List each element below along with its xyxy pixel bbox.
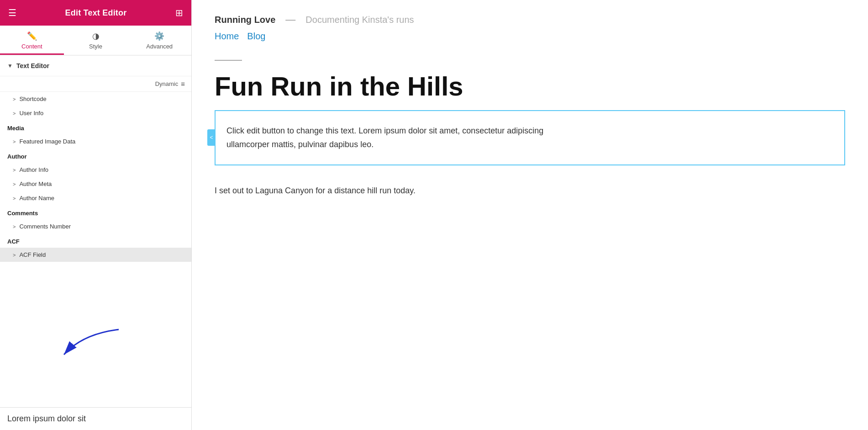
site-header: Running Love — Documenting Kinsta's runs (215, 14, 845, 26)
list-item-acf-field[interactable]: > ACF Field (0, 248, 191, 262)
item-label: ACF Field (19, 251, 46, 258)
item-label: User Info (19, 110, 43, 117)
item-label: Shortcode (19, 96, 46, 102)
dynamic-row: Dynamic ≡ (0, 76, 191, 92)
list-item-user-info[interactable]: > User Info (0, 106, 191, 120)
item-label: Comments Number (19, 223, 71, 230)
list-item-author-info[interactable]: > Author Info (0, 163, 191, 177)
arrow-icon: > (13, 252, 16, 258)
dynamic-icon[interactable]: ≡ (181, 80, 185, 88)
arrow-icon: > (13, 111, 16, 116)
dynamic-label: Dynamic (155, 80, 179, 87)
editor-text-line1: Click edit button to change this text. L… (226, 124, 833, 138)
item-label: Author Name (19, 195, 54, 202)
group-header-author: Author (0, 149, 191, 163)
tab-style[interactable]: ◑ Style (64, 26, 128, 55)
section-collapse-arrow: ▼ (7, 63, 13, 69)
list-item-author-name[interactable]: > Author Name (0, 191, 191, 205)
section-title-bar[interactable]: ▼ Text Editor (0, 56, 191, 76)
list-item-shortcode[interactable]: > Shortcode (0, 92, 191, 106)
list-item-author-meta[interactable]: > Author Meta (0, 177, 191, 191)
left-panel: ☰ Edit Text Editor ⊞ ✏️ Content ◑ Style … (0, 0, 192, 430)
panel-header: ☰ Edit Text Editor ⊞ (0, 0, 191, 26)
group-header-acf: ACF (0, 234, 191, 248)
nav-link-home[interactable]: Home (215, 31, 239, 42)
list-item-featured-image[interactable]: > Featured Image Data (0, 134, 191, 149)
tab-style-label: Style (89, 43, 102, 50)
style-tab-icon: ◑ (92, 31, 100, 41)
right-panel: Running Love — Documenting Kinsta's runs… (192, 0, 868, 430)
content-tab-icon: ✏️ (27, 31, 37, 41)
list-item-comments-number[interactable]: > Comments Number (0, 219, 191, 234)
tab-advanced-label: Advanced (146, 43, 173, 50)
site-separator: — (285, 14, 295, 26)
post-body-text: I set out to Laguna Canyon for a distanc… (215, 184, 845, 198)
panel-title: Edit Text Editor (65, 8, 127, 18)
post-divider (215, 60, 242, 61)
tab-content[interactable]: ✏️ Content (0, 26, 64, 55)
dropdown-list: > Shortcode > User Info Media > Featured… (0, 92, 191, 407)
collapse-handle[interactable]: < (207, 129, 216, 146)
grid-icon[interactable]: ⊞ (175, 7, 183, 18)
post-title: Fun Run in the Hills (215, 72, 845, 101)
section-title: Text Editor (16, 62, 49, 69)
arrow-icon: > (13, 224, 16, 229)
advanced-tab-icon: ⚙️ (154, 31, 164, 41)
site-nav: Home Blog (215, 31, 845, 42)
arrow-icon: > (13, 139, 16, 144)
panel-tabs: ✏️ Content ◑ Style ⚙️ Advanced (0, 26, 191, 56)
site-title: Running Love (215, 15, 275, 25)
item-label: Featured Image Data (19, 138, 75, 145)
arrow-icon: > (13, 196, 16, 201)
item-label: Author Meta (19, 180, 52, 187)
item-label: Author Info (19, 166, 48, 173)
group-header-media: Media (0, 120, 191, 134)
nav-link-blog[interactable]: Blog (247, 31, 265, 42)
tab-content-label: Content (21, 43, 42, 50)
arrow-icon: > (13, 167, 16, 173)
tab-advanced[interactable]: ⚙️ Advanced (127, 26, 191, 55)
hamburger-icon[interactable]: ☰ (8, 7, 16, 18)
arrow-icon: > (13, 181, 16, 187)
preview-text: Lorem ipsum dolor sit (0, 407, 191, 430)
group-header-comments: Comments (0, 205, 191, 219)
site-tagline: Documenting Kinsta's runs (305, 15, 414, 25)
editor-text-line2: ullamcorper mattis, pulvinar dapibus leo… (226, 138, 833, 152)
text-editor-box[interactable]: < Click edit button to change this text.… (215, 110, 845, 165)
arrow-icon: > (13, 96, 16, 102)
